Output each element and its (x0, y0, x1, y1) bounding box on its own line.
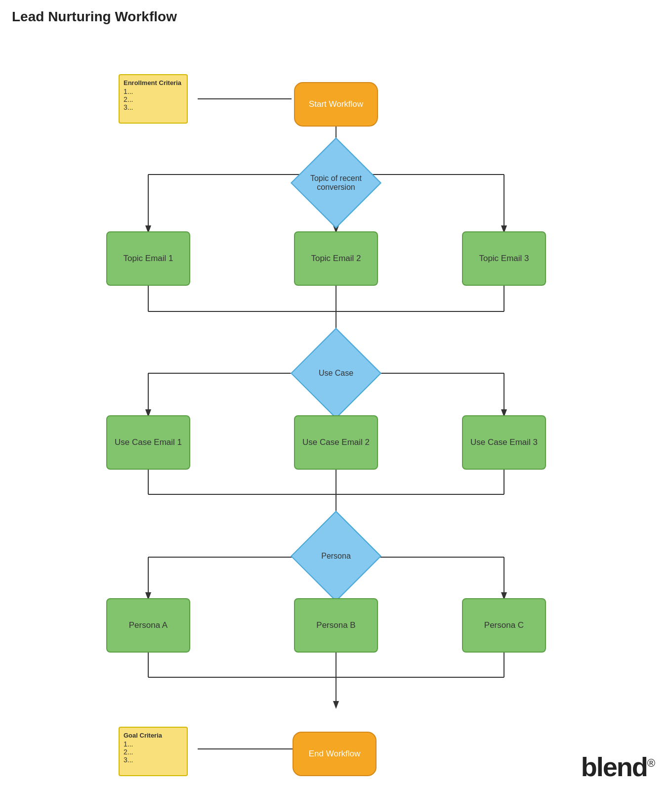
persona-a[interactable]: Persona A (106, 598, 190, 653)
topic-email-3[interactable]: Topic Email 3 (462, 231, 546, 286)
enrollment-title: Enrollment Criteria (124, 79, 181, 87)
diagram-area: Enrollment Criteria 1... 2... 3... Start… (0, 30, 672, 789)
persona-c[interactable]: Persona C (462, 598, 546, 653)
blend-logo: blend® (581, 751, 654, 782)
enrollment-criteria: Enrollment Criteria 1... 2... 3... (119, 74, 188, 124)
end-workflow[interactable]: End Workflow (293, 732, 377, 776)
topic-email-2[interactable]: Topic Email 2 (294, 231, 378, 286)
topic-decision[interactable]: Topic of recent conversion (304, 151, 368, 215)
topic-email-1[interactable]: Topic Email 1 (106, 231, 190, 286)
usecase-decision[interactable]: Use Case (304, 341, 368, 405)
goal-line1: 1... (124, 740, 133, 748)
enrollment-line3: 3... (124, 103, 133, 111)
enrollment-line2: 2... (124, 95, 133, 103)
goal-line3: 3... (124, 756, 133, 764)
enrollment-line1: 1... (124, 88, 133, 95)
goal-line2: 2... (124, 748, 133, 756)
goal-criteria: Goal Criteria 1... 2... 3... (119, 727, 188, 776)
persona-b[interactable]: Persona B (294, 598, 378, 653)
goal-title: Goal Criteria (124, 732, 162, 739)
start-workflow[interactable]: Start Workflow (294, 82, 378, 127)
usecase-email-3[interactable]: Use Case Email 3 (462, 415, 546, 470)
persona-decision[interactable]: Persona (304, 524, 368, 588)
page-title: Lead Nurturing Workflow (0, 0, 672, 25)
usecase-email-2[interactable]: Use Case Email 2 (294, 415, 378, 470)
usecase-email-1[interactable]: Use Case Email 1 (106, 415, 190, 470)
